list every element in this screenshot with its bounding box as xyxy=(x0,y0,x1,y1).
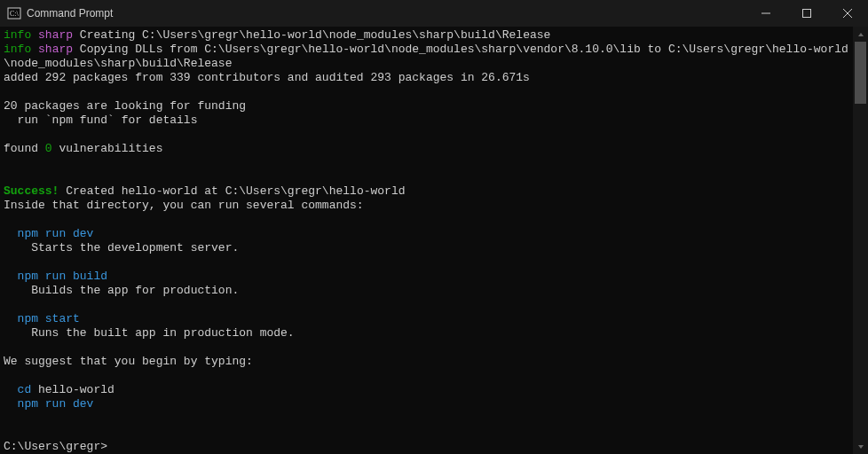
log-text: Created hello-world at C:\Users\gregr\he… xyxy=(59,184,405,198)
window-buttons xyxy=(746,0,868,27)
cd-line: cd hello-world xyxy=(4,383,114,396)
prompt: C:\Users\gregr> xyxy=(4,440,107,453)
scroll-up-icon[interactable] xyxy=(853,27,868,42)
sharp-tag: sharp xyxy=(38,28,73,42)
log-line: info sharp Creating C:\Users\gregr\hello… xyxy=(4,28,550,42)
svg-text:C:\: C:\ xyxy=(10,10,20,18)
svg-marker-6 xyxy=(858,33,864,36)
command-hint: npm run dev xyxy=(4,397,93,411)
cmd-icon: C:\ xyxy=(7,6,21,20)
close-button[interactable] xyxy=(827,0,868,27)
command-hint: npm start xyxy=(4,312,80,325)
log-text: Copying DLLs from C:\Users\gregr\hello-w… xyxy=(4,43,848,70)
vuln-count: 0 xyxy=(45,142,52,155)
success-line: Success! Created hello-world at C:\Users… xyxy=(4,184,406,198)
scroll-track[interactable] xyxy=(853,42,868,439)
scroll-thumb[interactable] xyxy=(855,42,866,104)
log-line: Inside that directory, you can run sever… xyxy=(4,199,364,212)
log-text: vulnerabilities xyxy=(52,142,163,155)
log-text: found xyxy=(4,142,45,155)
sharp-tag: sharp xyxy=(38,43,73,56)
scroll-down-icon[interactable] xyxy=(853,439,868,454)
command-hint: npm run build xyxy=(4,270,107,283)
cd-cmd: cd xyxy=(4,383,38,396)
info-tag: info xyxy=(4,43,31,56)
log-line: 20 packages are looking for funding xyxy=(4,99,246,113)
maximize-button[interactable] xyxy=(786,0,827,27)
terminal-output[interactable]: info sharp Creating C:\Users\gregr\hello… xyxy=(0,27,853,454)
command-desc: Starts the development server. xyxy=(4,241,239,254)
command-desc: Builds the app for production. xyxy=(4,284,239,297)
cd-target: hello-world xyxy=(38,383,114,396)
command-hint: npm run dev xyxy=(4,227,93,240)
window-title: Command Prompt xyxy=(27,6,113,20)
svg-rect-3 xyxy=(803,10,811,18)
terminal-area: info sharp Creating C:\Users\gregr\hello… xyxy=(0,27,868,454)
success-label: Success! xyxy=(4,184,59,198)
log-line: run `npm fund` for details xyxy=(4,114,197,127)
log-text: Creating C:\Users\gregr\hello-world\node… xyxy=(73,28,550,42)
title-bar[interactable]: C:\ Command Prompt xyxy=(0,0,868,27)
svg-marker-7 xyxy=(858,445,864,449)
scrollbar[interactable] xyxy=(853,27,868,454)
info-tag: info xyxy=(4,28,31,42)
log-line: added 292 packages from 339 contributors… xyxy=(4,71,530,84)
command-desc: Runs the built app in production mode. xyxy=(4,326,295,340)
log-line: info sharp Copying DLLs from C:\Users\gr… xyxy=(4,43,848,70)
vulnerabilities-line: found 0 vulnerabilities xyxy=(4,142,162,155)
log-line: We suggest that you begin by typing: xyxy=(4,355,253,368)
minimize-button[interactable] xyxy=(746,0,786,27)
